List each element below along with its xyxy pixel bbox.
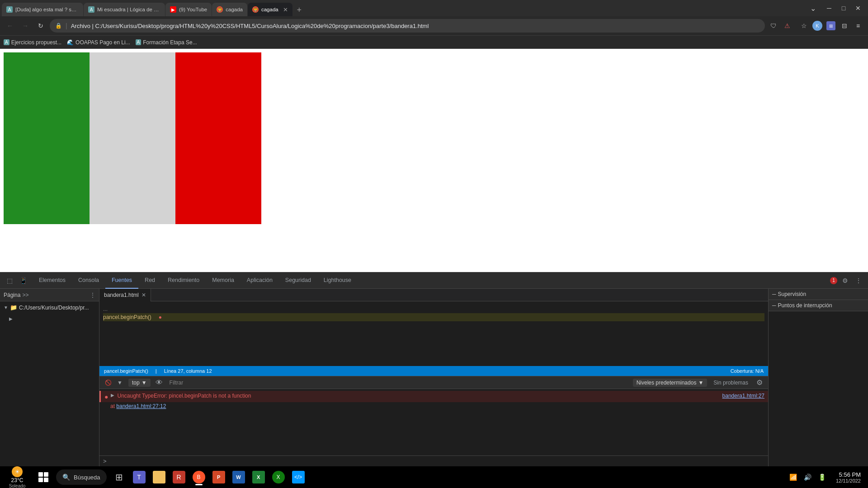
network-icon[interactable]: 📶 bbox=[787, 471, 800, 483]
flag-green-stripe bbox=[4, 52, 90, 224]
tab-aplicacion[interactable]: Aplicación bbox=[241, 272, 279, 289]
tab-consola[interactable]: Consola bbox=[72, 272, 105, 289]
source-status-bar: pancel.beginPatch() | Línea 27, columna … bbox=[99, 366, 768, 376]
tab-memoria[interactable]: Memoria bbox=[206, 272, 241, 289]
devtools-settings-button[interactable]: ⚙ bbox=[839, 275, 851, 286]
bookmark-ejercicios[interactable]: A Ejercicios propuest... bbox=[4, 39, 61, 46]
levels-label: Niveles predeterminados bbox=[637, 380, 697, 386]
profiles-button[interactable]: K bbox=[811, 19, 824, 32]
error-circle-icon: ● bbox=[104, 393, 108, 400]
eye-button[interactable]: 👁 bbox=[154, 378, 164, 388]
console-input[interactable] bbox=[109, 458, 764, 465]
devtools-more-button[interactable]: ⋮ bbox=[853, 275, 864, 286]
menu-button[interactable]: ≡ bbox=[852, 19, 864, 32]
maximize-button[interactable]: □ bbox=[837, 2, 850, 14]
weather-icon: ☀ bbox=[12, 466, 23, 477]
tab-seguridad[interactable]: Seguridad bbox=[279, 272, 317, 289]
error-at-link[interactable]: bandera1.html:27:12 bbox=[116, 403, 166, 409]
excel-app[interactable]: X bbox=[250, 468, 268, 486]
console-filter-input[interactable] bbox=[168, 380, 629, 386]
warning-icon-btn[interactable]: ⚠ bbox=[781, 20, 793, 32]
xbox-icon: X bbox=[272, 471, 285, 483]
inspect-element-button[interactable]: ⬚ bbox=[4, 275, 15, 286]
console-toolbar: 🚫 ▼ top ▼ 👁 Niveles predeterminados bbox=[99, 376, 768, 389]
source-tab-bandera[interactable]: bandera1.html ✕ bbox=[99, 289, 151, 301]
word-app[interactable]: W bbox=[230, 468, 248, 486]
battery-icon[interactable]: 🔋 bbox=[816, 471, 829, 483]
tab-youtube[interactable]: ▶ (9) YouTube bbox=[165, 3, 212, 16]
status-function: pancel.beginPatch() bbox=[104, 368, 148, 374]
tab-label-1: [Duda] algo esta mal ? soy nuevo :C | bbox=[15, 7, 79, 12]
extensions-button[interactable]: ⊞ bbox=[825, 19, 837, 32]
vscode-app[interactable]: </> bbox=[289, 468, 307, 486]
levels-selector[interactable]: Niveles predeterminados ▼ bbox=[633, 379, 708, 387]
file-tree-expand-btn[interactable]: ▶ bbox=[0, 315, 99, 322]
shield-icon-btn[interactable]: 🛡 bbox=[768, 20, 779, 32]
bookmark-formacion[interactable]: A Formación Etapa Se... bbox=[136, 39, 197, 46]
start-button[interactable] bbox=[34, 468, 52, 486]
bookmark-button[interactable]: ☆ bbox=[797, 19, 810, 32]
minimize-button[interactable]: ─ bbox=[823, 2, 835, 14]
volume-icon[interactable]: 🔊 bbox=[802, 471, 814, 483]
new-tab-button[interactable]: + bbox=[293, 4, 306, 16]
sources-right-panel: ─ Supervisión ─ Puntos de interrupción bbox=[769, 289, 868, 466]
left-header-options-button[interactable]: ⋮ bbox=[90, 292, 95, 298]
device-toolbar-button[interactable]: 📱 bbox=[17, 275, 29, 286]
no-issues-badge[interactable]: Sin problemas bbox=[711, 379, 751, 387]
tab-scroll-button[interactable]: ⌄ bbox=[807, 2, 819, 14]
tab-rendimiento[interactable]: Rendimiento bbox=[161, 272, 206, 289]
files-app[interactable] bbox=[150, 468, 168, 486]
console-icon-group: 🚫 ▼ bbox=[103, 378, 125, 388]
tab-close-5[interactable]: ✕ bbox=[283, 6, 288, 13]
red-app[interactable]: R bbox=[170, 468, 188, 486]
console-error-entry: ● ▶ Uncaught TypeError: pincel.beginPatc… bbox=[99, 391, 768, 402]
brave-browser-app[interactable]: B bbox=[190, 468, 208, 486]
taskview-button[interactable]: ⊞ bbox=[110, 468, 128, 486]
teams-app[interactable]: T bbox=[130, 468, 148, 486]
tab-fuentes[interactable]: Fuentes bbox=[105, 272, 138, 289]
source-tab-close-button[interactable]: ✕ bbox=[142, 292, 146, 298]
supervision-header[interactable]: ─ Supervisión bbox=[769, 289, 868, 300]
address-separator: | bbox=[66, 22, 67, 29]
expand-icon: ▶ bbox=[9, 316, 13, 321]
address-input[interactable]: 🔒 | Archivo | C:/Users/Kurisu/Desktop/pr… bbox=[50, 19, 765, 33]
taskbar-search[interactable]: 🔍 Búsqueda bbox=[56, 469, 107, 485]
console-settings-button[interactable]: ⚙ bbox=[755, 378, 764, 388]
bookmark-ooapas[interactable]: 🌊 OOAPAS Pago en Li... bbox=[67, 39, 130, 46]
search-icon: 🔍 bbox=[62, 474, 70, 481]
tab-cagada-2-active[interactable]: 🦁 cagada ✕ bbox=[248, 3, 292, 16]
taskbar-clock[interactable]: 5:56 PM 12/11/2022 bbox=[832, 471, 864, 483]
file-tree-item-root[interactable]: ▼ 📁 C:/Users/Kurisu/Desktop/pr... bbox=[0, 303, 99, 312]
close-button[interactable]: ✕ bbox=[852, 2, 864, 14]
context-chevron: ▼ bbox=[142, 380, 147, 386]
windows-logo-icon bbox=[38, 472, 48, 482]
xbox-app[interactable]: X bbox=[269, 468, 288, 486]
error-badge: 1 bbox=[830, 277, 837, 284]
left-header-more-button[interactable]: >> bbox=[22, 292, 28, 298]
forward-button[interactable]: → bbox=[19, 19, 32, 32]
left-panel-header: Página >> ⋮ bbox=[0, 289, 99, 301]
context-selector[interactable]: top ▼ bbox=[128, 379, 151, 387]
error-marker: ● bbox=[159, 313, 162, 321]
source-code-area: ... pancel.beginPatch() ● bbox=[99, 301, 768, 366]
filter-toggle-button[interactable]: ▼ bbox=[115, 378, 125, 388]
reload-button[interactable]: ↻ bbox=[34, 19, 47, 32]
weather-widget[interactable]: ☀ 23°C Soleado bbox=[4, 466, 31, 488]
error-file-link[interactable]: bandera1.html:27 bbox=[722, 393, 764, 399]
back-button[interactable]: ← bbox=[4, 19, 16, 32]
powerpoint-app[interactable]: P bbox=[210, 468, 228, 486]
breakpoints-header[interactable]: ─ Puntos de interrupción bbox=[769, 300, 868, 311]
taskview-icon: ⊞ bbox=[114, 472, 125, 483]
sidebar-button[interactable]: ⊟ bbox=[838, 19, 851, 32]
tab-lighthouse[interactable]: Lighthouse bbox=[317, 272, 358, 289]
tab-escuadra[interactable]: A Mi escuadra | Lógica de programació... bbox=[84, 3, 165, 16]
tab-favicon-2: A bbox=[88, 6, 94, 13]
tab-elementos[interactable]: Elementos bbox=[33, 272, 72, 289]
tab-cagada-1[interactable]: 🦁 cagada bbox=[212, 3, 247, 16]
error-expand-icon[interactable]: ▶ bbox=[111, 393, 114, 398]
clear-console-button[interactable]: 🚫 bbox=[103, 378, 113, 388]
tab-red[interactable]: Red bbox=[138, 272, 161, 289]
tab-duda[interactable]: A [Duda] algo esta mal ? soy nuevo :C | bbox=[2, 3, 83, 16]
weather-description: Soleado bbox=[9, 483, 26, 488]
levels-chevron: ▼ bbox=[698, 380, 703, 386]
